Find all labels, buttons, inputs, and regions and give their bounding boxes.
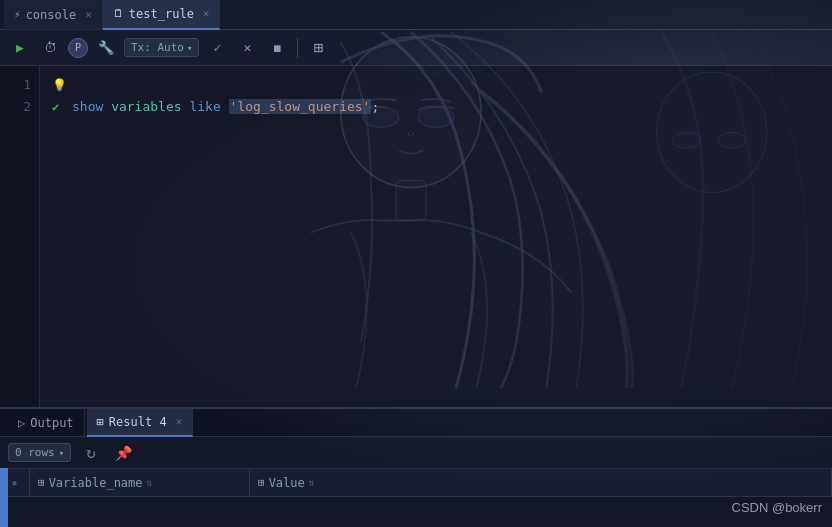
line-numbers: 1 2 [0, 66, 40, 407]
line-number-2: 2 [0, 96, 39, 118]
code-line-2-text: show variables like 'log_slow_queries'; [72, 96, 379, 118]
code-line-1: 💡 [52, 74, 820, 96]
check-icon: ✔ [52, 100, 59, 114]
editor-area: 1 2 💡 ✔ show variables like 'log_slow_qu… [0, 66, 832, 407]
line-number-1: 1 [0, 74, 39, 96]
bulb-icon: 💡 [52, 78, 67, 92]
left-accent-bar [0, 468, 8, 527]
code-content[interactable]: 💡 ✔ show variables like 'log_slow_querie… [40, 66, 832, 407]
code-line-2: ✔ show variables like 'log_slow_queries'… [52, 96, 820, 118]
check-indicator: ✔ [52, 96, 66, 118]
bulb-indicator: 💡 [52, 74, 66, 96]
